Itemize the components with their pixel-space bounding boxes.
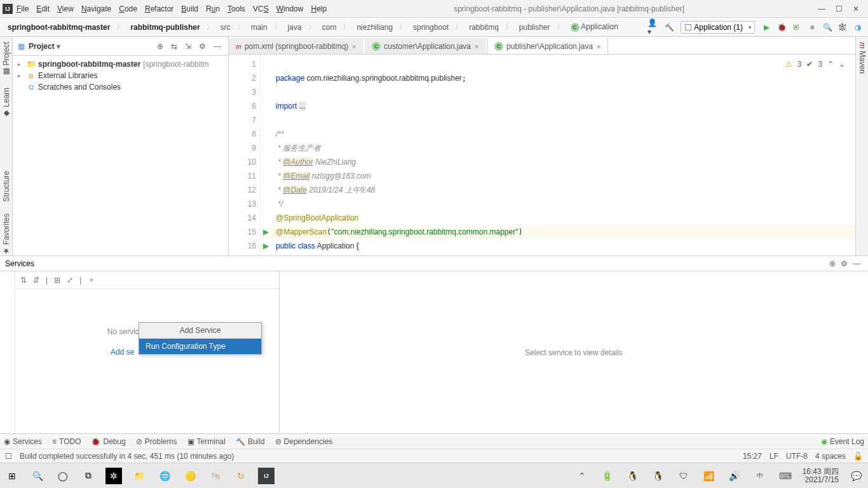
minimize-button[interactable]: — — [818, 4, 825, 13]
app-tile[interactable]: ✲ — [105, 468, 122, 484]
tray-up-icon[interactable]: ⌃ — [574, 468, 590, 484]
project-view-selector[interactable]: Project — [29, 42, 60, 51]
close-tab-icon[interactable]: ✕ — [596, 43, 601, 50]
readonly-icon[interactable]: 🔓 — [853, 452, 863, 461]
menu-view[interactable]: View — [57, 4, 74, 13]
menu-navigate[interactable]: Navigate — [81, 4, 111, 13]
debug-button[interactable]: 🐞 — [775, 21, 788, 34]
tab-pom[interactable]: mpom.xml (springboot-rabbitmq)✕ — [229, 38, 363, 54]
tray-wifi-icon[interactable]: 📶 — [701, 468, 717, 484]
crumb-10[interactable]: C Application — [567, 20, 622, 34]
open-icon[interactable]: ⤢ — [67, 276, 73, 285]
crumb-0[interactable]: springboot-rabbitmq-master — [4, 21, 114, 34]
encoding[interactable]: UTF-8 — [786, 452, 808, 461]
bt-terminal[interactable]: ▣ Terminal — [187, 437, 226, 446]
user-icon[interactable]: 👤▾ — [648, 21, 660, 34]
intellij-tile[interactable]: IJ — [258, 468, 275, 484]
status-icon[interactable]: ☐ — [5, 452, 12, 461]
taskview-button[interactable]: ⧉ — [80, 468, 97, 484]
maximize-button[interactable]: ☐ — [836, 4, 843, 13]
tab-favorites-side[interactable]: ★Favorites — [2, 214, 11, 255]
services-locate-icon[interactable]: ⊕ — [827, 259, 838, 268]
tab-customer-app[interactable]: Ccustomer\Application.java✕ — [365, 38, 486, 54]
run-gutter-icon[interactable]: ▶ — [261, 225, 271, 239]
tray-ime-icon[interactable]: 中 — [752, 468, 768, 484]
tray-qq-icon[interactable]: 🐧 — [650, 468, 667, 484]
popup-run-config-item[interactable]: Run Configuration Type — [139, 339, 261, 354]
bt-build[interactable]: 🔨 Build — [236, 437, 265, 446]
menu-file[interactable]: File — [17, 4, 29, 13]
menu-vcs[interactable]: VCS — [253, 4, 269, 13]
crumb-6[interactable]: niezhiliang — [353, 21, 397, 34]
line-sep[interactable]: LF — [770, 452, 778, 461]
tab-project-side[interactable]: ▦Project — [2, 42, 11, 76]
filter-icon[interactable]: ⇅ — [20, 276, 27, 285]
settings-icon[interactable]: 🕸 — [836, 21, 849, 34]
crumb-2[interactable]: src — [217, 21, 234, 34]
coverage-button[interactable]: ⛨ — [790, 21, 803, 34]
updates-icon[interactable]: ◑ — [851, 21, 864, 34]
tree-libs[interactable]: ▸⫼External Libraries — [13, 70, 228, 81]
menu-help[interactable]: Help — [311, 4, 327, 13]
group-icon[interactable]: ⊞ — [54, 276, 60, 285]
crumb-4[interactable]: java — [284, 21, 306, 34]
crumb-3[interactable]: main — [247, 21, 271, 34]
menu-run[interactable]: Run — [206, 4, 220, 13]
tray-icon[interactable]: 🛡 — [675, 468, 692, 484]
crumb-8[interactable]: rabbitmq — [465, 21, 503, 34]
bt-services[interactable]: ◉ Services — [4, 437, 42, 446]
menu-tools[interactable]: Tools — [227, 4, 245, 13]
tray-qq-icon[interactable]: 🐧 — [625, 468, 641, 484]
menu-build[interactable]: Build — [181, 4, 198, 13]
tab-structure-side[interactable]: Structure — [2, 171, 11, 202]
crumb-7[interactable]: springboot — [409, 21, 452, 34]
indent[interactable]: 4 spaces — [815, 452, 846, 461]
bt-problems[interactable]: ⊘ Problems — [136, 437, 177, 446]
add-icon[interactable]: ＋ — [88, 274, 95, 285]
search-icon[interactable]: 🔍 — [821, 21, 834, 34]
tab-publisher-app[interactable]: Cpublisher\Application.java✕ — [487, 37, 608, 54]
caret-pos[interactable]: 15:27 — [743, 452, 762, 461]
bt-dependencies[interactable]: ⊜ Dependencies — [275, 437, 333, 446]
panel-settings-icon[interactable]: ⚙ — [197, 42, 208, 51]
build-icon[interactable]: 🔨 — [663, 21, 675, 34]
close-button[interactable]: ✕ — [853, 4, 859, 13]
project-tree[interactable]: ▸📁springboot-rabbitmq-master [springboot… — [13, 56, 228, 255]
bt-todo[interactable]: ≡ TODO — [52, 437, 81, 446]
run-button[interactable]: ▶ — [760, 21, 773, 34]
menu-window[interactable]: Window — [276, 4, 304, 13]
tab-maven-side[interactable]: mMaven — [858, 42, 867, 74]
expand-icon[interactable]: ⇆ — [169, 42, 179, 51]
menu-code[interactable]: Code — [119, 4, 137, 13]
bt-debug[interactable]: 🐞 Debug — [91, 437, 125, 446]
tab-learn-side[interactable]: ◆Learn — [2, 88, 11, 118]
chrome-tile[interactable]: 🟡 — [182, 468, 198, 484]
tree-scratches[interactable]: ⧉Scratches and Consoles — [13, 81, 228, 93]
services-settings-icon[interactable]: ⚙ — [838, 259, 850, 268]
tray-notif-icon[interactable]: 💬 — [848, 468, 864, 484]
inspection-badge[interactable]: ⚠3 ✔3 ⌃⌄ — [785, 57, 845, 71]
app-tile[interactable]: 🐚 — [207, 468, 224, 484]
bt-event-log[interactable]: ◉ Event Log — [821, 437, 864, 446]
start-button[interactable]: ⊞ — [4, 468, 20, 484]
crumb-9[interactable]: publisher — [515, 21, 554, 34]
filter-icon[interactable]: ⇵ — [33, 276, 39, 285]
crumb-5[interactable]: com — [318, 21, 341, 34]
menu-refactor[interactable]: Refactor — [145, 4, 173, 13]
cortana-button[interactable]: ◯ — [55, 468, 71, 484]
add-service-link[interactable]: Add se — [111, 348, 134, 356]
browser-tile[interactable]: 🌐 — [156, 468, 173, 484]
close-tab-icon[interactable]: ✕ — [351, 43, 356, 50]
app-tile[interactable]: ↻ — [233, 468, 249, 484]
explorer-tile[interactable]: 📁 — [131, 468, 147, 484]
tray-volume-icon[interactable]: 🔊 — [726, 468, 743, 484]
tray-icon[interactable]: 🔋 — [599, 468, 616, 484]
services-hide-icon[interactable]: — — [850, 259, 863, 268]
run-gutter-icon[interactable]: ▶ — [261, 239, 271, 253]
menu-edit[interactable]: Edit — [36, 4, 50, 13]
crumb-1[interactable]: rabbitmq-publisher — [126, 21, 203, 34]
code-editor[interactable]: 12367891011121314151619 ▶ ▶ package com.… — [229, 55, 855, 255]
tray-icon[interactable]: ⌨ — [777, 468, 794, 484]
run-config-selector[interactable]: Application (1) — [681, 21, 755, 34]
collapse-icon[interactable]: ⇲ — [183, 42, 193, 51]
